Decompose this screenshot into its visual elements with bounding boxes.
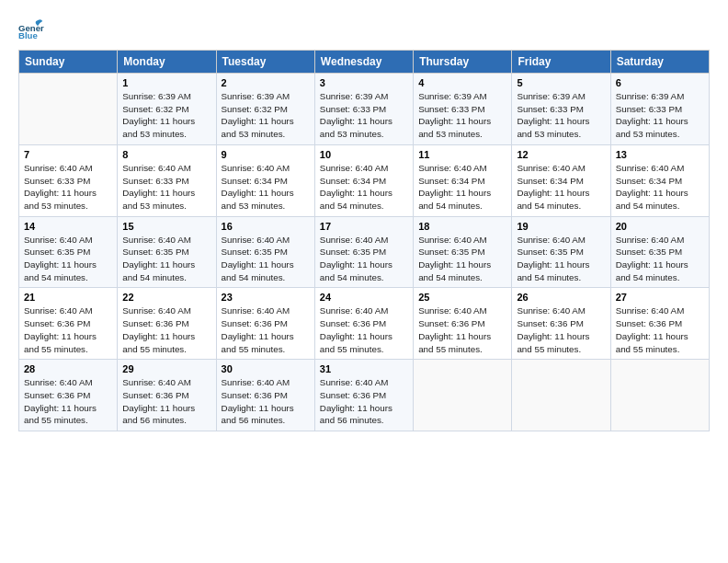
day-info: Sunrise: 6:40 AM Sunset: 6:36 PM Dayligh… (24, 304, 112, 355)
day-info: Sunrise: 6:39 AM Sunset: 6:33 PM Dayligh… (320, 90, 408, 141)
day-info: Sunrise: 6:40 AM Sunset: 6:36 PM Dayligh… (24, 376, 112, 427)
day-info: Sunrise: 6:40 AM Sunset: 6:36 PM Dayligh… (320, 376, 408, 427)
day-info: Sunrise: 6:40 AM Sunset: 6:33 PM Dayligh… (122, 162, 210, 213)
day-number: 7 (24, 149, 112, 160)
calendar-cell (414, 360, 512, 431)
day-info: Sunrise: 6:40 AM Sunset: 6:33 PM Dayligh… (24, 162, 112, 213)
day-info: Sunrise: 6:40 AM Sunset: 6:36 PM Dayligh… (517, 304, 605, 355)
day-info: Sunrise: 6:40 AM Sunset: 6:35 PM Dayligh… (616, 234, 704, 284)
day-number: 28 (24, 363, 112, 374)
calendar-cell: 20Sunrise: 6:40 AM Sunset: 6:35 PM Dayli… (610, 216, 709, 288)
calendar-cell: 7Sunrise: 6:40 AM Sunset: 6:33 PM Daylig… (19, 144, 118, 216)
day-number: 12 (517, 149, 605, 160)
day-number: 25 (418, 292, 506, 303)
day-number: 23 (222, 292, 310, 303)
calendar-cell: 5Sunrise: 6:39 AM Sunset: 6:33 PM Daylig… (512, 74, 610, 145)
day-number: 3 (320, 77, 408, 88)
day-number: 26 (517, 292, 605, 303)
day-number: 14 (24, 221, 112, 232)
day-number: 21 (24, 292, 112, 303)
calendar-cell: 17Sunrise: 6:40 AM Sunset: 6:35 PM Dayli… (314, 216, 413, 288)
calendar-cell: 14Sunrise: 6:40 AM Sunset: 6:35 PM Dayli… (19, 216, 118, 288)
calendar-cell: 2Sunrise: 6:39 AM Sunset: 6:32 PM Daylig… (216, 74, 314, 145)
calendar-cell (610, 360, 709, 431)
day-info: Sunrise: 6:39 AM Sunset: 6:32 PM Dayligh… (122, 90, 210, 141)
calendar-cell: 31Sunrise: 6:40 AM Sunset: 6:36 PM Dayli… (314, 360, 413, 431)
day-number: 17 (320, 221, 408, 232)
day-info: Sunrise: 6:40 AM Sunset: 6:36 PM Dayligh… (122, 304, 210, 355)
weekday-header: Wednesday (314, 51, 413, 74)
day-number: 19 (517, 221, 605, 232)
day-info: Sunrise: 6:39 AM Sunset: 6:32 PM Dayligh… (222, 90, 310, 141)
svg-text:Blue: Blue (18, 30, 38, 40)
day-info: Sunrise: 6:40 AM Sunset: 6:36 PM Dayligh… (418, 304, 506, 355)
weekday-header: Monday (118, 51, 216, 74)
calendar-cell: 24Sunrise: 6:40 AM Sunset: 6:36 PM Dayli… (314, 288, 413, 360)
day-number: 22 (122, 292, 210, 303)
calendar-cell: 15Sunrise: 6:40 AM Sunset: 6:35 PM Dayli… (118, 216, 216, 288)
day-info: Sunrise: 6:40 AM Sunset: 6:35 PM Dayligh… (418, 234, 506, 284)
day-info: Sunrise: 6:40 AM Sunset: 6:34 PM Dayligh… (222, 162, 310, 213)
day-info: Sunrise: 6:40 AM Sunset: 6:36 PM Dayligh… (320, 304, 408, 355)
day-info: Sunrise: 6:40 AM Sunset: 6:35 PM Dayligh… (517, 234, 605, 284)
calendar-cell: 6Sunrise: 6:39 AM Sunset: 6:33 PM Daylig… (610, 74, 709, 145)
calendar-cell: 18Sunrise: 6:40 AM Sunset: 6:35 PM Dayli… (414, 216, 512, 288)
day-number: 8 (122, 149, 210, 160)
calendar-cell: 28Sunrise: 6:40 AM Sunset: 6:36 PM Dayli… (19, 360, 118, 431)
calendar-cell: 19Sunrise: 6:40 AM Sunset: 6:35 PM Dayli… (512, 216, 610, 288)
calendar-cell: 26Sunrise: 6:40 AM Sunset: 6:36 PM Dayli… (512, 288, 610, 360)
day-number: 5 (517, 77, 605, 88)
day-number: 9 (222, 149, 310, 160)
day-info: Sunrise: 6:39 AM Sunset: 6:33 PM Dayligh… (616, 90, 704, 141)
day-info: Sunrise: 6:39 AM Sunset: 6:33 PM Dayligh… (418, 90, 506, 141)
day-number: 16 (222, 221, 310, 232)
weekday-header: Sunday (19, 51, 118, 74)
day-number: 27 (616, 292, 704, 303)
logo-icon: General Blue (18, 15, 44, 40)
weekday-header-row: SundayMondayTuesdayWednesdayThursdayFrid… (19, 51, 710, 74)
day-number: 29 (122, 363, 210, 374)
calendar-cell (512, 360, 610, 431)
day-number: 10 (320, 149, 408, 160)
calendar-week-row: 28Sunrise: 6:40 AM Sunset: 6:36 PM Dayli… (19, 360, 710, 431)
day-info: Sunrise: 6:40 AM Sunset: 6:35 PM Dayligh… (222, 234, 310, 284)
day-number: 4 (418, 77, 506, 88)
calendar-cell: 27Sunrise: 6:40 AM Sunset: 6:36 PM Dayli… (610, 288, 709, 360)
day-info: Sunrise: 6:40 AM Sunset: 6:36 PM Dayligh… (222, 376, 310, 427)
calendar-cell: 30Sunrise: 6:40 AM Sunset: 6:36 PM Dayli… (216, 360, 314, 431)
day-info: Sunrise: 6:40 AM Sunset: 6:34 PM Dayligh… (320, 162, 408, 213)
weekday-header: Thursday (414, 51, 512, 74)
calendar-cell: 10Sunrise: 6:40 AM Sunset: 6:34 PM Dayli… (314, 144, 413, 216)
day-number: 1 (122, 77, 210, 88)
calendar-week-row: 14Sunrise: 6:40 AM Sunset: 6:35 PM Dayli… (19, 216, 710, 288)
calendar-cell: 29Sunrise: 6:40 AM Sunset: 6:36 PM Dayli… (118, 360, 216, 431)
day-number: 30 (222, 363, 310, 374)
day-info: Sunrise: 6:39 AM Sunset: 6:33 PM Dayligh… (517, 90, 605, 141)
calendar-table: SundayMondayTuesdayWednesdayThursdayFrid… (18, 50, 710, 431)
day-number: 18 (418, 221, 506, 232)
calendar-week-row: 21Sunrise: 6:40 AM Sunset: 6:36 PM Dayli… (19, 288, 710, 360)
calendar-cell: 3Sunrise: 6:39 AM Sunset: 6:33 PM Daylig… (314, 74, 413, 145)
calendar-cell: 16Sunrise: 6:40 AM Sunset: 6:35 PM Dayli… (216, 216, 314, 288)
day-info: Sunrise: 6:40 AM Sunset: 6:36 PM Dayligh… (122, 376, 210, 427)
calendar-cell: 1Sunrise: 6:39 AM Sunset: 6:32 PM Daylig… (118, 74, 216, 145)
day-info: Sunrise: 6:40 AM Sunset: 6:35 PM Dayligh… (320, 234, 408, 284)
calendar-cell: 4Sunrise: 6:39 AM Sunset: 6:33 PM Daylig… (414, 74, 512, 145)
calendar-cell: 12Sunrise: 6:40 AM Sunset: 6:34 PM Dayli… (512, 144, 610, 216)
day-info: Sunrise: 6:40 AM Sunset: 6:36 PM Dayligh… (616, 304, 704, 355)
day-info: Sunrise: 6:40 AM Sunset: 6:34 PM Dayligh… (418, 162, 506, 213)
day-number: 31 (320, 363, 408, 374)
calendar-cell: 11Sunrise: 6:40 AM Sunset: 6:34 PM Dayli… (414, 144, 512, 216)
calendar-cell: 21Sunrise: 6:40 AM Sunset: 6:36 PM Dayli… (19, 288, 118, 360)
day-number: 11 (418, 149, 506, 160)
calendar-cell: 8Sunrise: 6:40 AM Sunset: 6:33 PM Daylig… (118, 144, 216, 216)
weekday-header: Friday (512, 51, 610, 74)
weekday-header: Saturday (610, 51, 709, 74)
calendar-cell: 25Sunrise: 6:40 AM Sunset: 6:36 PM Dayli… (414, 288, 512, 360)
day-info: Sunrise: 6:40 AM Sunset: 6:36 PM Dayligh… (222, 304, 310, 355)
day-number: 13 (616, 149, 704, 160)
day-number: 6 (616, 77, 704, 88)
calendar-cell: 23Sunrise: 6:40 AM Sunset: 6:36 PM Dayli… (216, 288, 314, 360)
day-number: 20 (616, 221, 704, 232)
day-number: 2 (222, 77, 310, 88)
